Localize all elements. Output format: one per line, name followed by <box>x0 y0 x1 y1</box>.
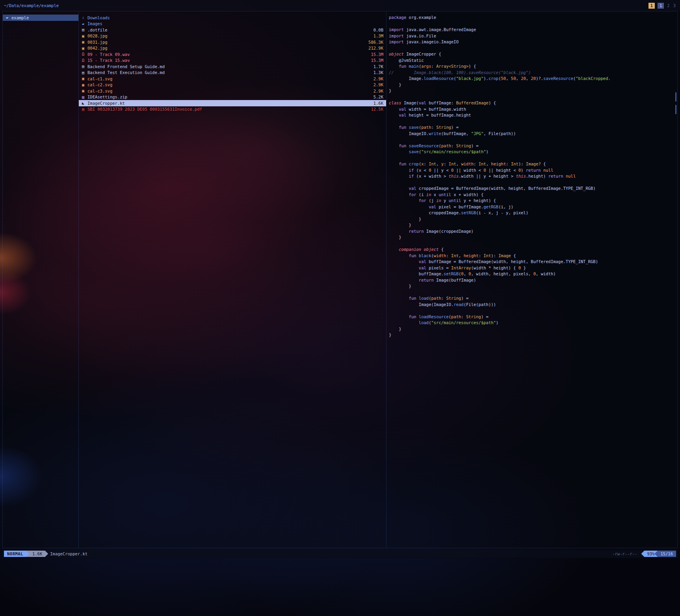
file-row[interactable]: Ω09 - Track 09.wav15.3M <box>79 51 386 58</box>
file-row[interactable]: ▤.dotfile0.0B <box>79 27 386 33</box>
file-row[interactable]: ▣cal-c1.svg2.9K <box>79 76 386 82</box>
code-line <box>389 137 677 143</box>
code-line <box>389 155 677 161</box>
markdown-file-icon: ▤ <box>82 71 87 75</box>
file-size: 1.3M <box>370 33 383 38</box>
file-row[interactable]: ▤Backend_Test_Execution_Guide.md1.3K <box>79 70 386 76</box>
file-name: Images <box>87 21 102 26</box>
tab-bar: 1123 <box>648 3 676 9</box>
code-line: val pixels = IntArray(width * height) { … <box>389 265 677 271</box>
tab-1[interactable]: 1 <box>658 3 664 9</box>
code-line: Image.loadResource("black.jpg").crop(50,… <box>389 76 677 82</box>
file-size: 212.9K <box>365 46 383 50</box>
code-line <box>389 241 677 247</box>
audio-file-icon: Ω <box>82 52 87 56</box>
tab-2[interactable]: 2 <box>667 3 670 9</box>
file-name: SBI_0032013739_2023_DE05_0003155631Invoi… <box>87 107 202 111</box>
code-line: } <box>389 234 677 241</box>
markdown-file-icon: ▤ <box>82 64 87 69</box>
file-row[interactable]: ▤SBI_0032013739_2023_DE05_0003155631Invo… <box>79 106 386 113</box>
code-line: fun load(path: String) = <box>389 295 677 302</box>
file-row[interactable]: Ω15 - Track 15.wav15.3M <box>79 58 386 64</box>
download-folder-icon: ⇩ <box>82 15 87 20</box>
file-name: Backend_Test_Execution_Guide.md <box>87 70 165 75</box>
file-size: 15.3M <box>368 58 383 63</box>
tab-3[interactable]: 3 <box>673 3 676 9</box>
file-icon: ▤ <box>82 28 87 32</box>
mode-indicator: NORMAL <box>4 551 29 557</box>
file-row[interactable]: ▣cal-c3.svg2.9K <box>79 88 386 94</box>
code-line: if (x + width > this.width || y + height… <box>389 173 677 180</box>
zip-file-icon: ▨ <box>82 95 87 99</box>
file-row[interactable]: ▨IDEAsettings.zip5.2K <box>79 94 386 100</box>
code-line: load("src/main/resources/$path") <box>389 320 677 326</box>
code-line: ImageIO.write(buffImage, "JPG", File(pat… <box>389 131 677 137</box>
file-size: 2.9K <box>370 89 383 93</box>
file-size: 1.3K <box>370 70 383 75</box>
tab-1[interactable]: 1 <box>648 3 655 9</box>
file-name: cal-c1.svg <box>87 76 112 81</box>
kotlin-file-icon: ◣ <box>82 101 87 105</box>
file-name: Backend_Frontend_Setup_Guide.md <box>87 64 165 69</box>
file-row[interactable]: ▣cal-c2.svg2.9K <box>79 82 386 88</box>
code-line: } <box>389 216 677 223</box>
image-file-icon: ▣ <box>82 46 87 50</box>
file-name: 0042.jpg <box>87 46 108 50</box>
code-line: save("src/main/resources/$path") <box>389 149 677 155</box>
code-line: } <box>389 82 677 88</box>
code-line: croppedImage.setRGB(i - x, j - y, pixel) <box>389 210 677 216</box>
code-line: // Image.black(100, 100).saveResource("b… <box>389 70 677 76</box>
code-line <box>389 45 677 52</box>
images-folder-icon: ▰ <box>82 22 87 26</box>
parent-pane: ▰example <box>3 11 79 548</box>
file-row[interactable]: ▣0042.jpg212.9K <box>79 45 386 52</box>
code-line: val height = buffImage.height <box>389 112 677 119</box>
svg-file-icon: ▣ <box>82 89 87 93</box>
file-row[interactable]: ⇩Downloads <box>79 15 386 21</box>
file-row[interactable]: ▣0028.jpg1.3M <box>79 33 386 39</box>
file-row[interactable]: ▤Backend_Frontend_Setup_Guide.md1.7K <box>79 63 386 70</box>
file-name: IDEAsettings.zip <box>87 95 127 99</box>
file-name: Downloads <box>87 15 110 20</box>
code-line: fun loadResource(path: String) = <box>389 314 677 320</box>
file-size: 586.3K <box>365 40 383 45</box>
code-line: val buffImage = BufferedImage(width, hei… <box>389 259 677 265</box>
file-list-pane: ⇩Downloads▰Images▤.dotfile0.0B▣0028.jpg1… <box>79 11 386 548</box>
code-line: @JvmStatic <box>389 58 677 64</box>
parent-dir-row[interactable]: ▰example <box>3 15 78 21</box>
code-line <box>389 308 677 314</box>
code-line: return Image(croppedImage) <box>389 228 677 235</box>
code-line <box>389 119 677 125</box>
code-line: fun save(path: String) = <box>389 124 677 131</box>
file-row[interactable]: ▣0031.jpg586.3K <box>79 39 386 45</box>
code-line: return Image(buffImage) <box>389 277 677 284</box>
code-line: val croppedImage = BufferedImage(width, … <box>389 186 677 192</box>
code-line: companion object { <box>389 247 677 253</box>
preview-scrollbar-mark[interactable] <box>675 92 676 102</box>
file-name: .dotfile <box>87 28 108 32</box>
code-line: package org.example <box>389 15 677 21</box>
status-right: -rw-r--r-- 93% 15/16 <box>612 551 676 557</box>
file-name: ImageCropper.kt <box>87 101 125 106</box>
code-line: import java.awt.image.BufferedImage <box>389 27 677 33</box>
code-line: import java.io.File <box>389 33 677 39</box>
code-line: for (i in x until x + width) { <box>389 192 677 198</box>
preview-scrollbar-mark[interactable] <box>675 105 676 114</box>
terminal-window: ~/Data/example/example 1123 ▰example ⇩Do… <box>0 0 680 558</box>
file-size: 2.9K <box>370 82 383 87</box>
status-left: NORMAL 1.6K ImageCropper.kt <box>4 551 87 557</box>
preview-pane: package org.example import java.awt.imag… <box>386 11 677 548</box>
file-size: 15.3M <box>368 52 383 57</box>
code-line: } <box>389 283 677 289</box>
code-line: fun black(width: Int, height: Int): Imag… <box>389 253 677 259</box>
file-name: 15 - Track 15.wav <box>87 58 130 63</box>
file-size-badge: 1.6K <box>26 551 48 557</box>
file-size: 0.0B <box>370 28 383 32</box>
file-name: 0031.jpg <box>87 40 108 45</box>
code-lines: package org.example import java.awt.imag… <box>389 15 677 338</box>
code-line: val pixel = buffImage.getRGB(i, j) <box>389 204 677 210</box>
status-bar: NORMAL 1.6K ImageCropper.kt -rw-r--r-- 9… <box>2 550 678 558</box>
file-row[interactable]: ▰Images <box>79 21 386 27</box>
parent-pane-list: ▰example <box>3 15 78 21</box>
file-row[interactable]: ◣ImageCropper.kt1.6K <box>79 100 386 106</box>
